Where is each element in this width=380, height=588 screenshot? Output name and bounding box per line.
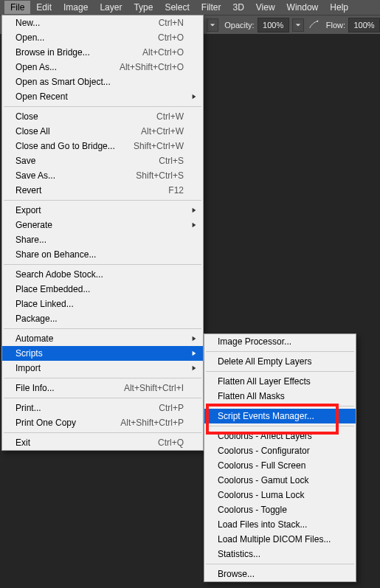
mi-coolorus-affect[interactable]: Coolorus - Affect Layers	[204, 429, 356, 443]
mi-file-info[interactable]: File Info...Alt+Shift+Ctrl+I	[2, 381, 203, 395]
flow-field[interactable]: 100%	[348, 18, 380, 32]
mi-browse-scripts[interactable]: Browse...	[204, 567, 356, 581]
menu-image[interactable]: Image	[58, 1, 94, 14]
mi-search-stock[interactable]: Search Adobe Stock...	[2, 267, 203, 282]
submenu-arrow-icon	[191, 220, 197, 230]
submenu-arrow-icon	[191, 91, 197, 102]
menu-help[interactable]: Help	[324, 1, 354, 14]
mi-flatten-masks[interactable]: Flatten All Masks	[204, 389, 356, 404]
separator	[206, 426, 354, 426]
mi-browse-bridge[interactable]: Browse in Bridge...Alt+Ctrl+O	[2, 45, 203, 60]
opacity-label: Opacity:	[224, 21, 254, 30]
mi-delete-empty-layers[interactable]: Delete All Empty Layers	[204, 354, 356, 369]
separator	[4, 378, 201, 378]
mi-open[interactable]: Open...Ctrl+O	[2, 30, 203, 45]
separator	[4, 106, 201, 107]
svg-point-0	[317, 21, 317, 21]
menu-edit[interactable]: Edit	[30, 1, 58, 14]
mi-place-linked[interactable]: Place Linked...	[2, 297, 203, 311]
separator	[4, 200, 201, 201]
mi-image-processor[interactable]: Image Processor...	[204, 334, 356, 349]
file-menu: New...Ctrl+N Open...Ctrl+O Browse in Bri…	[1, 15, 204, 451]
mi-place-embedded[interactable]: Place Embedded...	[2, 282, 203, 297]
submenu-arrow-icon	[191, 205, 197, 215]
mi-revert[interactable]: RevertF12	[2, 183, 203, 198]
menu-filter[interactable]: Filter	[196, 1, 227, 14]
mode-dropdown[interactable]	[207, 18, 218, 32]
pressure-opacity-icon[interactable]	[307, 18, 320, 32]
mi-exit[interactable]: ExitCtrl+Q	[2, 435, 203, 450]
menu-type[interactable]: Type	[128, 1, 159, 14]
menu-layer[interactable]: Layer	[94, 1, 128, 14]
mi-share[interactable]: Share...	[2, 232, 203, 247]
mi-new[interactable]: New...Ctrl+N	[2, 15, 203, 30]
menu-3d[interactable]: 3D	[227, 1, 249, 14]
mi-close-bridge[interactable]: Close and Go to Bridge...Shift+Ctrl+W	[2, 139, 203, 153]
separator	[4, 432, 201, 433]
separator	[4, 328, 201, 329]
mi-print[interactable]: Print...Ctrl+P	[2, 401, 203, 415]
mi-save-as[interactable]: Save As...Shift+Ctrl+S	[2, 168, 203, 183]
separator	[206, 371, 354, 372]
mi-behance[interactable]: Share on Behance...	[2, 247, 203, 262]
menu-view[interactable]: View	[250, 1, 281, 14]
mi-flatten-layer-effects[interactable]: Flatten All Layer Effects	[204, 374, 356, 389]
separator	[4, 398, 201, 398]
mi-statistics[interactable]: Statistics...	[204, 547, 356, 561]
mi-coolorus-gamut[interactable]: Coolorus - Gamut Lock	[204, 473, 356, 488]
mi-print-one[interactable]: Print One CopyAlt+Shift+Ctrl+P	[2, 415, 203, 430]
mi-open-recent[interactable]: Open Recent	[2, 89, 203, 104]
mi-generate[interactable]: Generate	[2, 218, 203, 232]
menu-file-label: File	[10, 2, 24, 13]
mi-scripts[interactable]: Scripts	[2, 346, 203, 361]
mi-coolorus-toggle[interactable]: Coolorus - Toggle	[204, 502, 356, 517]
menu-file[interactable]: File	[4, 1, 30, 14]
separator	[206, 564, 354, 564]
flow-label: Flow:	[326, 21, 345, 30]
mi-coolorus-config[interactable]: Coolorus - Configurator	[204, 443, 356, 458]
mi-load-stack[interactable]: Load Files into Stack...	[204, 517, 356, 532]
submenu-arrow-icon	[191, 333, 197, 344]
mi-open-smart[interactable]: Open as Smart Object...	[2, 75, 203, 89]
scripts-submenu: Image Processor... Delete All Empty Laye…	[204, 333, 356, 582]
mi-script-events-manager[interactable]: Script Events Manager...	[204, 409, 356, 423]
mi-open-as[interactable]: Open As...Alt+Shift+Ctrl+O	[2, 60, 203, 75]
mi-coolorus-luma[interactable]: Coolorus - Luma Lock	[204, 488, 356, 502]
mi-load-dicom[interactable]: Load Multiple DICOM Files...	[204, 532, 356, 547]
submenu-arrow-icon	[191, 363, 197, 373]
mi-coolorus-full[interactable]: Coolorus - Full Screen	[204, 458, 356, 473]
menu-window[interactable]: Window	[281, 1, 325, 14]
mi-automate[interactable]: Automate	[2, 331, 203, 346]
menu-select[interactable]: Select	[159, 1, 195, 14]
mi-close-all[interactable]: Close AllAlt+Ctrl+W	[2, 124, 203, 139]
mi-save[interactable]: SaveCtrl+S	[2, 153, 203, 168]
mi-close[interactable]: CloseCtrl+W	[2, 109, 203, 124]
opacity-field[interactable]: 100%	[258, 18, 289, 32]
separator	[206, 351, 354, 352]
separator	[4, 264, 201, 265]
mi-import[interactable]: Import	[2, 361, 203, 376]
mi-package[interactable]: Package...	[2, 311, 203, 326]
submenu-arrow-icon	[191, 348, 197, 359]
mi-export[interactable]: Export	[2, 203, 203, 218]
opacity-dropdown[interactable]	[292, 18, 304, 32]
separator	[206, 406, 354, 407]
menubar: File Edit Image Layer Type Select Filter…	[0, 0, 380, 15]
